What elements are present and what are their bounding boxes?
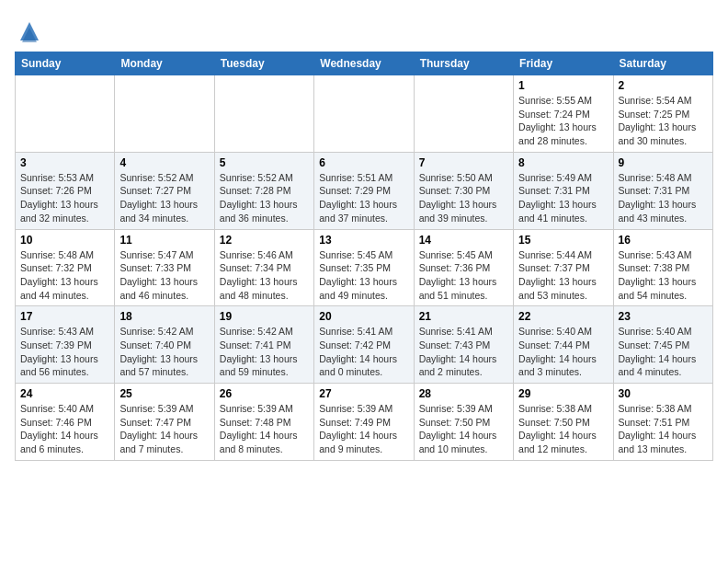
day-header-sunday: Sunday	[16, 52, 115, 75]
calendar-cell: 10Sunrise: 5:48 AMSunset: 7:32 PMDayligh…	[16, 229, 115, 306]
day-number: 1	[518, 79, 608, 92]
day-number: 4	[119, 156, 209, 169]
calendar-cell: 20Sunrise: 5:41 AMSunset: 7:42 PMDayligh…	[314, 306, 414, 384]
day-number: 14	[419, 234, 508, 247]
calendar-cell: 9Sunrise: 5:48 AMSunset: 7:31 PMDaylight…	[613, 152, 712, 229]
day-info: Sunrise: 5:52 AMSunset: 7:28 PMDaylight:…	[220, 171, 309, 225]
calendar-cell: 25Sunrise: 5:39 AMSunset: 7:47 PMDayligh…	[115, 384, 214, 461]
logo	[15, 18, 42, 44]
calendar-cell: 24Sunrise: 5:40 AMSunset: 7:46 PMDayligh…	[16, 384, 115, 461]
calendar-week-1: 1Sunrise: 5:55 AMSunset: 7:24 PMDaylight…	[16, 75, 713, 153]
day-number: 3	[20, 156, 109, 169]
day-number: 2	[619, 79, 708, 92]
calendar-cell: 1Sunrise: 5:55 AMSunset: 7:24 PMDaylight…	[514, 75, 613, 153]
day-number: 13	[319, 234, 408, 247]
page-header	[15, 15, 713, 44]
calendar-header-row: SundayMondayTuesdayWednesdayThursdayFrid…	[16, 52, 713, 75]
calendar-cell: 2Sunrise: 5:54 AMSunset: 7:25 PMDaylight…	[613, 75, 712, 153]
day-info: Sunrise: 5:47 AMSunset: 7:33 PMDaylight:…	[119, 248, 209, 303]
day-number: 6	[319, 156, 408, 169]
day-number: 24	[20, 387, 109, 400]
calendar-cell: 23Sunrise: 5:40 AMSunset: 7:45 PMDayligh…	[613, 306, 712, 384]
day-info: Sunrise: 5:39 AMSunset: 7:50 PMDaylight:…	[419, 402, 508, 456]
day-header-thursday: Thursday	[414, 52, 513, 75]
day-info: Sunrise: 5:39 AMSunset: 7:47 PMDaylight:…	[119, 402, 209, 456]
day-header-monday: Monday	[115, 52, 214, 75]
day-number: 20	[319, 310, 408, 323]
day-number: 21	[419, 310, 508, 323]
calendar-week-4: 17Sunrise: 5:43 AMSunset: 7:39 PMDayligh…	[16, 306, 713, 384]
day-number: 12	[220, 234, 309, 247]
day-number: 11	[119, 234, 209, 247]
calendar-cell: 13Sunrise: 5:45 AMSunset: 7:35 PMDayligh…	[314, 229, 414, 306]
day-number: 5	[220, 156, 309, 169]
calendar-cell: 4Sunrise: 5:52 AMSunset: 7:27 PMDaylight…	[115, 152, 214, 229]
calendar-cell: 19Sunrise: 5:42 AMSunset: 7:41 PMDayligh…	[214, 306, 313, 384]
day-info: Sunrise: 5:49 AMSunset: 7:31 PMDaylight:…	[518, 171, 608, 225]
day-number: 30	[619, 387, 708, 400]
day-info: Sunrise: 5:48 AMSunset: 7:32 PMDaylight:…	[20, 248, 109, 303]
day-number: 18	[119, 310, 209, 323]
calendar-cell: 5Sunrise: 5:52 AMSunset: 7:28 PMDaylight…	[214, 152, 313, 229]
calendar-cell: 12Sunrise: 5:46 AMSunset: 7:34 PMDayligh…	[214, 229, 313, 306]
day-header-friday: Friday	[514, 52, 613, 75]
day-info: Sunrise: 5:48 AMSunset: 7:31 PMDaylight:…	[619, 171, 708, 225]
day-number: 27	[319, 387, 408, 400]
calendar-cell: 16Sunrise: 5:43 AMSunset: 7:38 PMDayligh…	[613, 229, 712, 306]
day-header-tuesday: Tuesday	[214, 52, 313, 75]
calendar-cell: 11Sunrise: 5:47 AMSunset: 7:33 PMDayligh…	[115, 229, 214, 306]
day-info: Sunrise: 5:54 AMSunset: 7:25 PMDaylight:…	[619, 94, 708, 148]
day-number: 17	[20, 310, 109, 323]
calendar-table: SundayMondayTuesdayWednesdayThursdayFrid…	[15, 52, 713, 461]
day-number: 7	[419, 156, 508, 169]
day-number: 15	[518, 234, 608, 247]
day-info: Sunrise: 5:42 AMSunset: 7:40 PMDaylight:…	[119, 325, 209, 379]
calendar-cell: 30Sunrise: 5:38 AMSunset: 7:51 PMDayligh…	[613, 384, 712, 461]
calendar-cell: 29Sunrise: 5:38 AMSunset: 7:50 PMDayligh…	[514, 384, 613, 461]
day-info: Sunrise: 5:40 AMSunset: 7:44 PMDaylight:…	[518, 325, 608, 379]
calendar-cell: 6Sunrise: 5:51 AMSunset: 7:29 PMDaylight…	[314, 152, 414, 229]
day-number: 8	[518, 156, 608, 169]
day-info: Sunrise: 5:50 AMSunset: 7:30 PMDaylight:…	[419, 171, 508, 225]
day-info: Sunrise: 5:41 AMSunset: 7:43 PMDaylight:…	[419, 325, 508, 379]
calendar-week-5: 24Sunrise: 5:40 AMSunset: 7:46 PMDayligh…	[16, 384, 713, 461]
day-number: 9	[619, 156, 708, 169]
calendar-cell: 3Sunrise: 5:53 AMSunset: 7:26 PMDaylight…	[16, 152, 115, 229]
day-info: Sunrise: 5:45 AMSunset: 7:36 PMDaylight:…	[419, 248, 508, 303]
calendar-cell	[414, 75, 513, 153]
day-number: 22	[518, 310, 608, 323]
day-number: 29	[518, 387, 608, 400]
day-number: 25	[119, 387, 209, 400]
day-info: Sunrise: 5:39 AMSunset: 7:49 PMDaylight:…	[319, 402, 408, 456]
calendar-cell	[115, 75, 214, 153]
day-info: Sunrise: 5:53 AMSunset: 7:26 PMDaylight:…	[20, 171, 109, 225]
day-header-wednesday: Wednesday	[314, 52, 414, 75]
calendar-cell: 8Sunrise: 5:49 AMSunset: 7:31 PMDaylight…	[514, 152, 613, 229]
day-info: Sunrise: 5:51 AMSunset: 7:29 PMDaylight:…	[319, 171, 408, 225]
calendar-cell: 17Sunrise: 5:43 AMSunset: 7:39 PMDayligh…	[16, 306, 115, 384]
calendar-cell: 18Sunrise: 5:42 AMSunset: 7:40 PMDayligh…	[115, 306, 214, 384]
calendar-cell: 14Sunrise: 5:45 AMSunset: 7:36 PMDayligh…	[414, 229, 513, 306]
day-number: 26	[220, 387, 309, 400]
day-info: Sunrise: 5:46 AMSunset: 7:34 PMDaylight:…	[220, 248, 309, 303]
day-info: Sunrise: 5:44 AMSunset: 7:37 PMDaylight:…	[518, 248, 608, 303]
logo-icon	[17, 18, 42, 44]
calendar-cell: 22Sunrise: 5:40 AMSunset: 7:44 PMDayligh…	[514, 306, 613, 384]
day-info: Sunrise: 5:39 AMSunset: 7:48 PMDaylight:…	[220, 402, 309, 456]
calendar-cell: 21Sunrise: 5:41 AMSunset: 7:43 PMDayligh…	[414, 306, 513, 384]
calendar-cell: 15Sunrise: 5:44 AMSunset: 7:37 PMDayligh…	[514, 229, 613, 306]
calendar-cell	[314, 75, 414, 153]
calendar-cell: 7Sunrise: 5:50 AMSunset: 7:30 PMDaylight…	[414, 152, 513, 229]
calendar-week-3: 10Sunrise: 5:48 AMSunset: 7:32 PMDayligh…	[16, 229, 713, 306]
calendar-week-2: 3Sunrise: 5:53 AMSunset: 7:26 PMDaylight…	[16, 152, 713, 229]
calendar-cell: 26Sunrise: 5:39 AMSunset: 7:48 PMDayligh…	[214, 384, 313, 461]
day-info: Sunrise: 5:42 AMSunset: 7:41 PMDaylight:…	[220, 325, 309, 379]
day-number: 10	[20, 234, 109, 247]
day-info: Sunrise: 5:52 AMSunset: 7:27 PMDaylight:…	[119, 171, 209, 225]
day-number: 19	[220, 310, 309, 323]
calendar-cell	[214, 75, 313, 153]
day-header-saturday: Saturday	[613, 52, 712, 75]
day-info: Sunrise: 5:40 AMSunset: 7:46 PMDaylight:…	[20, 402, 109, 456]
day-info: Sunrise: 5:43 AMSunset: 7:38 PMDaylight:…	[619, 248, 708, 303]
day-info: Sunrise: 5:38 AMSunset: 7:50 PMDaylight:…	[518, 402, 608, 456]
